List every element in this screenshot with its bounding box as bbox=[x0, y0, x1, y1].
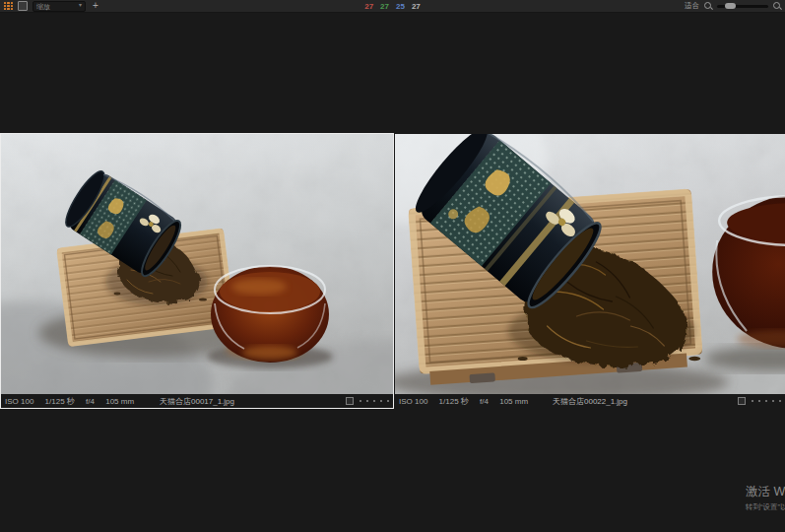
view-mode-dropdown[interactable]: 缩放 ▾ bbox=[33, 1, 86, 12]
readout-luma: 27 bbox=[412, 2, 421, 11]
watermark-title: 激活 Win bbox=[746, 484, 785, 500]
focal-value: 105 mm bbox=[499, 397, 528, 406]
readout-green: 27 bbox=[380, 2, 389, 11]
shutter-value: 1/125 秒 bbox=[45, 397, 75, 406]
iso-value: ISO 100 bbox=[5, 397, 33, 406]
photo-right[interactable] bbox=[395, 134, 785, 394]
aperture-value: f/4 bbox=[480, 397, 489, 406]
color-tag-icon[interactable] bbox=[738, 397, 746, 405]
exif-right: ISO 100 1/125 秒 f/4 105 mm bbox=[399, 396, 537, 407]
view-mode-label: 缩放 bbox=[36, 2, 50, 11]
filename-right: 天猫合店00022_1.jpg bbox=[553, 396, 627, 407]
fit-button[interactable]: 适合 bbox=[685, 1, 699, 11]
viewer-cell-right[interactable]: ISO 100 1/125 秒 f/4 105 mm 天猫合店00022_1.j… bbox=[395, 134, 785, 408]
windows-activation-watermark: 激活 Win 转到“设置”以 bbox=[746, 484, 785, 512]
cursor-tool-icon[interactable]: + bbox=[93, 1, 98, 11]
filename-left: 天猫合店00017_1.jpg bbox=[160, 396, 234, 407]
grid-view-icon[interactable] bbox=[4, 2, 13, 11]
watermark-subtitle: 转到“设置”以 bbox=[746, 502, 785, 512]
rating-dots[interactable] bbox=[360, 400, 389, 402]
exif-left: ISO 100 1/125 秒 f/4 105 mm bbox=[5, 396, 143, 407]
readout-blue: 25 bbox=[396, 2, 405, 11]
top-toolbar: 缩放 ▾ + 27 27 25 27 适合 bbox=[0, 0, 785, 13]
zoom-slider-handle[interactable] bbox=[725, 3, 736, 9]
viewer-cell-left[interactable]: ISO 100 1/125 秒 f/4 105 mm 天猫合店00017_1.j… bbox=[0, 133, 394, 409]
photo-left[interactable] bbox=[1, 134, 393, 394]
color-tag-icon[interactable] bbox=[346, 397, 354, 405]
zoom-in-icon[interactable] bbox=[773, 2, 781, 10]
iso-value: ISO 100 bbox=[399, 397, 427, 406]
focal-value: 105 mm bbox=[105, 397, 134, 406]
rgb-readout: 27 27 25 27 bbox=[364, 2, 421, 11]
app-window: 缩放 ▾ + 27 27 25 27 适合 bbox=[0, 0, 785, 532]
zoom-slider[interactable] bbox=[717, 5, 768, 8]
aperture-value: f/4 bbox=[86, 397, 95, 406]
zoom-out-icon[interactable] bbox=[704, 2, 712, 10]
infobar-right: ISO 100 1/125 秒 f/4 105 mm 天猫合店00022_1.j… bbox=[395, 394, 785, 408]
chevron-down-icon: ▾ bbox=[79, 1, 82, 10]
rating-dots[interactable] bbox=[752, 400, 781, 402]
viewer-toggle-icon[interactable] bbox=[18, 1, 28, 11]
shutter-value: 1/125 秒 bbox=[439, 397, 469, 406]
infobar-left: ISO 100 1/125 秒 f/4 105 mm 天猫合店00017_1.j… bbox=[1, 394, 393, 408]
readout-red: 27 bbox=[364, 2, 373, 11]
